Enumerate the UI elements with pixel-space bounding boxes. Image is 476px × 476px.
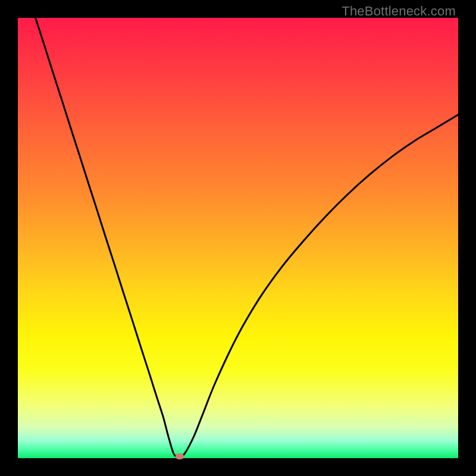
curve-path — [36, 18, 458, 457]
watermark-text: TheBottleneck.com — [342, 4, 456, 19]
bottleneck-curve — [18, 18, 458, 458]
plot-area — [18, 18, 458, 458]
optimal-point-marker — [176, 453, 184, 459]
chart-frame: TheBottleneck.com — [0, 0, 476, 476]
